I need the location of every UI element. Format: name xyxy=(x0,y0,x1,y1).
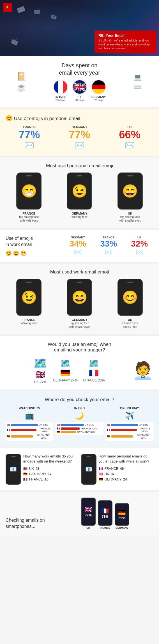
germany-flag-circle xyxy=(91,80,106,94)
work-face2: 😄 xyxy=(13,250,19,256)
manager-germany-label: GERMANY 27% xyxy=(53,378,78,382)
weekend-personal-title: How many personal emails do you engage w… xyxy=(99,454,154,464)
most-used-work-title: Most used work email emoji xyxy=(6,269,153,275)
emoji-stats-row: FRANCE 77% ✉️ GERMANY 77% ✉️ UK 66% ✉️ xyxy=(6,125,153,150)
work-germany-country: GERMANY xyxy=(56,318,103,321)
where-bed-france-flag: 🇫🇷 xyxy=(57,427,60,430)
where-holiday-uk: 🇬🇧 UK 60% xyxy=(107,424,152,426)
work-emoji-right: GERMANY 34% ✉️ FRANCE 33% ✉️ UK 32% ✉️ xyxy=(64,236,153,256)
where-tv-uk: 🇬🇧 UK 60% xyxy=(7,424,52,426)
personal-phone-france: 😁 FRANCE Big smiling face with wide eyes xyxy=(6,173,52,222)
weekend-work-france: 🇫🇷 FRANCE 16 xyxy=(23,477,78,481)
where-bed-uk-flag: 🇬🇧 xyxy=(57,424,60,426)
weekend-work-content: How many work emails do you engage with … xyxy=(23,454,78,483)
phone-speaker xyxy=(26,175,32,176)
sp-uk-label: UK xyxy=(81,526,96,529)
work-stat-uk: UK 32% ✉️ xyxy=(125,236,153,256)
emoji-germany-label: GERMANY xyxy=(56,125,103,129)
where-bed-germany-bar xyxy=(61,431,76,433)
emoji-stat-uk: UK 66% ✉️ xyxy=(106,125,153,150)
manager-countries: 🗺️ 🇬🇧 UK 27% 🗺️ 🇩🇪 GERMANY 27% 🗺️ 🇫🇷 FRA… xyxy=(6,357,132,384)
sp-germany-phone: 🇩🇪 69% xyxy=(115,503,129,526)
weekend-germany-val: 17 xyxy=(48,472,52,476)
work-emoji-section: Use of emojis in work email 😊 😄 😁 GERMAN… xyxy=(0,230,159,264)
emoji-germany-pct: 77% xyxy=(56,129,103,141)
most-used-personal-section: Most used personal email emoji 😁 FRANCE … xyxy=(0,157,159,230)
where-holiday-label: ON HOLIDAY xyxy=(106,406,153,410)
emoji-uk-label: UK xyxy=(106,125,153,129)
weekend-germany-val2: 24 xyxy=(123,477,127,481)
notebook-icon: 📔 xyxy=(17,72,26,81)
weekend-work-germany: 🇩🇪 GERMANY 17 xyxy=(23,472,78,476)
smartphones-text: Checking emails on smartphones... xyxy=(6,517,54,530)
work-phone-france: 😉 FRANCE Winking face xyxy=(6,279,52,329)
work-envelope-uk: ✉️ xyxy=(125,249,153,256)
weekend-france-val2: 46 xyxy=(120,467,124,471)
where-section: Where do you check your email? WATCHING … xyxy=(0,391,159,448)
where-bed-icon: 🌙 xyxy=(56,411,103,420)
personal-uk-name: Big smiling face with smaller eyes xyxy=(119,215,141,222)
where-bed-uk-val: UK 51% xyxy=(85,424,94,426)
uk-days: 90 days xyxy=(72,99,87,102)
emoji-uk-pct: 66% xyxy=(106,129,153,141)
sp-france-figure: 🇫🇷 71% FRANCE xyxy=(98,500,112,529)
work-phones-row: 😉 FRANCE Winking face 😄 GERMANY Big smil… xyxy=(6,279,153,329)
france-label: FRANCE xyxy=(53,96,68,99)
where-holiday-germany-bar xyxy=(111,435,133,438)
where-bed: IN BED 🌙 🇬🇧 UK 51% 🇫🇷 FRANCE 42% 🇩🇪 GERM… xyxy=(56,406,103,441)
where-tv-uk-flag: 🇬🇧 xyxy=(7,424,10,426)
work-stat-france: FRANCE 33% ✉️ xyxy=(95,236,123,256)
personal-phone-germany: 😉 GERMANY Winking face xyxy=(56,173,103,222)
manager-figure: 🧑‍💼 xyxy=(132,360,153,380)
weekend-personal-germany: 🇩🇪 GERMANY 24 xyxy=(99,477,154,481)
weekend-uk-label2: UK xyxy=(105,472,109,476)
envelope-germany: ✉️ xyxy=(56,141,103,150)
coffee-icon: ☕ xyxy=(17,83,26,92)
days-decor-left: 📔 ☕ xyxy=(6,72,37,92)
decorative-envelope3: ✉️ xyxy=(33,8,41,15)
sp-germany-flag: 🇩🇪 xyxy=(118,509,126,516)
sp-france-flag: 🇫🇷 xyxy=(101,507,109,515)
weekend-phone-speaker1 xyxy=(11,456,16,457)
sp-phone-france-wrap: 🇫🇷 71% FRANCE xyxy=(98,500,112,530)
france-flag-icon: 🇫🇷 xyxy=(83,368,105,378)
emoji-france-pct: 77% xyxy=(6,129,53,141)
weekend-uk-label: UK xyxy=(29,467,34,471)
work-uk-pct: 32% xyxy=(125,239,153,249)
weekend-phone-speaker2 xyxy=(86,456,91,457)
work-phone-mock-uk: 😊 xyxy=(117,279,143,316)
work-face3: 😁 xyxy=(20,250,26,256)
manager-uk: 🗺️ 🇬🇧 UK 27% xyxy=(33,357,47,384)
work-phone-germany: 😄 GERMANY Big smiling face with smaller … xyxy=(56,279,103,329)
weekend-germany-flag: 🇩🇪 xyxy=(23,472,27,476)
weekend-work-phone: 📧 xyxy=(6,454,21,485)
where-tv-france-flag: 🇫🇷 xyxy=(7,429,10,431)
uk-label: UK xyxy=(72,96,87,99)
germany-map-icon: 🗺️ xyxy=(53,358,78,368)
where-bed-stats: 🇬🇧 UK 51% 🇫🇷 FRANCE 42% 🇩🇪 GERMANY 34% xyxy=(56,422,103,435)
where-title: Where do you check your email? xyxy=(6,397,153,403)
where-holiday-uk-val: UK 60% xyxy=(139,424,148,426)
france-flag-circle xyxy=(53,80,68,94)
days-decor-right: 💻 ⌨️ xyxy=(122,73,153,91)
work-phone-speaker1 xyxy=(26,282,32,283)
phone-mock-uk: 😄 xyxy=(117,173,143,210)
sp-phone-germany-wrap: 🇩🇪 69% GERMANY xyxy=(115,503,129,530)
weekend-uk-flag2: 🇬🇧 xyxy=(99,472,103,476)
personal-phone-uk: 😄 UK Big smiling face with smaller eyes xyxy=(107,173,153,222)
manager-france-label: FRANCE 23% xyxy=(83,378,105,382)
where-bed-germany-flag: 🇩🇪 xyxy=(57,431,60,434)
emoji-france-label: FRANCE xyxy=(6,125,53,129)
weekend-work-uk: 🇬🇧 UK 43 xyxy=(23,467,78,471)
emoji-stat-france: FRANCE 77% ✉️ xyxy=(6,125,53,150)
work-phone-mock-germany: 😄 xyxy=(67,279,92,316)
work-phone-speaker3 xyxy=(127,282,133,283)
where-tv-germany: 🇩🇪 GERMANY 51% xyxy=(7,434,52,439)
manager-layout: 🗺️ 🇬🇧 UK 27% 🗺️ 🇩🇪 GERMANY 27% 🗺️ 🇫🇷 FRA… xyxy=(6,357,153,384)
work-emoji-layout: Use of emojis in work email 😊 😄 😁 GERMAN… xyxy=(6,235,153,256)
work-emoji-faces: 😊 😄 😁 xyxy=(6,250,59,256)
laptop-icon: 💻 xyxy=(133,73,142,81)
personal-france-name: Big smiling face with wide eyes xyxy=(18,215,40,222)
phone-mock-france: 😁 xyxy=(16,173,42,210)
where-bed-uk: 🇬🇧 UK 51% xyxy=(57,424,102,426)
